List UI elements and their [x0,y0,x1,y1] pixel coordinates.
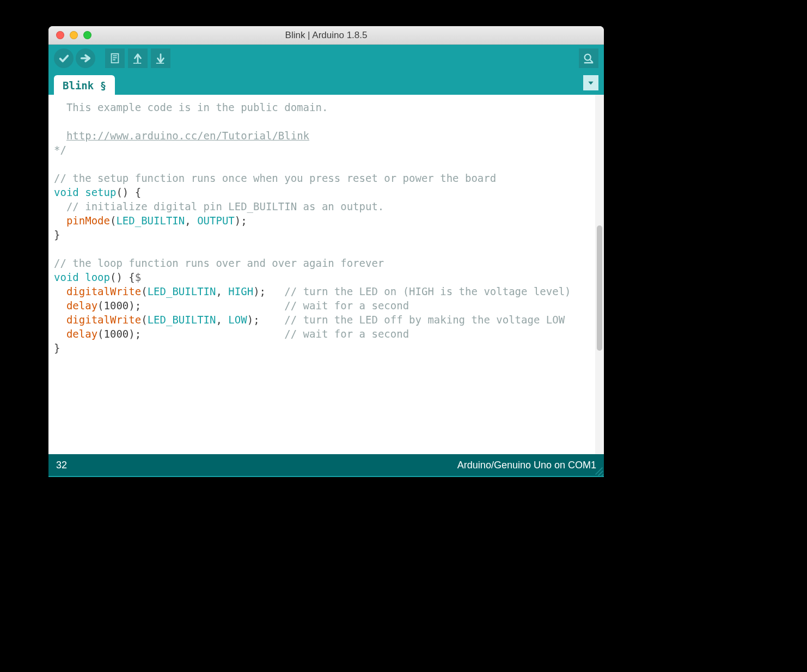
verify-button[interactable] [54,48,74,68]
function-call: digitalWrite [66,285,141,297]
chevron-down-icon [587,79,595,87]
sketch-tab[interactable]: Blink § [54,75,115,95]
maximize-window-button[interactable] [83,31,91,39]
code-comment: // turn the LED off by making the voltag… [284,314,565,326]
function-call: digitalWrite [66,314,141,326]
file-icon [109,52,121,64]
tab-bar: Blink § [48,72,604,95]
constant: LOW [228,314,247,326]
constant: OUTPUT [197,215,235,227]
editor-area: This example code is in the public domai… [48,95,604,461]
code-comment: // wait for a second [284,328,409,340]
status-bar: 32 Arduino/Genuino Uno on COM1 [48,454,604,476]
constant: HIGH [228,285,253,297]
open-sketch-button[interactable] [128,48,148,68]
minimize-window-button[interactable] [70,31,78,39]
code-comment: // turn the LED on (HIGH is the voltage … [284,285,571,297]
save-sketch-button[interactable] [151,48,170,68]
titlebar[interactable]: Blink | Arduino 1.8.5 [48,26,604,45]
window-title: Blink | Arduino 1.8.5 [285,30,368,41]
board-port-info: Arduino/Genuino Uno on COM1 [457,460,596,471]
code-comment: // initialize digital pin LED_BUILTIN as… [54,200,384,212]
tutorial-link[interactable]: http://www.arduino.cc/en/Tutorial/Blink [66,130,309,142]
svg-point-9 [585,54,591,60]
arrow-up-icon [132,52,144,64]
keyword: void [54,271,79,283]
resize-corner-icon[interactable] [594,466,603,475]
search-icon [583,52,595,64]
function-call: pinMode [66,215,110,227]
arrow-down-icon [155,52,167,64]
scroll-thumb[interactable] [597,225,602,351]
serial-monitor-button[interactable] [579,48,598,68]
svg-line-10 [590,60,593,63]
close-window-button[interactable] [56,31,64,39]
arrow-right-icon [80,52,91,64]
window-controls [48,31,91,39]
code-comment: // the setup function runs once when you… [54,172,496,184]
code-comment: */ [54,144,66,156]
arduino-ide-window: Blink | Arduino 1.8.5 Blink § This examp… [48,26,604,477]
svg-marker-12 [588,82,593,85]
toolbar [48,45,604,72]
upload-button[interactable] [76,48,95,68]
function-call: delay [66,328,97,340]
line-number: 32 [56,460,67,471]
code-comment: // wait for a second [284,300,409,311]
code-comment: This example code is in the public domai… [54,101,328,113]
cursor-position: $ [135,271,141,283]
keyword: void [54,186,79,198]
tab-menu-button[interactable] [583,75,598,90]
check-icon [58,52,70,64]
code-editor[interactable]: This example code is in the public domai… [48,95,595,461]
new-sketch-button[interactable] [105,48,125,68]
code-comment: // the loop function runs over and over … [54,257,384,269]
vertical-scrollbar[interactable] [595,95,604,461]
function-call: delay [66,300,97,311]
constant: LED_BUILTIN [116,215,185,227]
